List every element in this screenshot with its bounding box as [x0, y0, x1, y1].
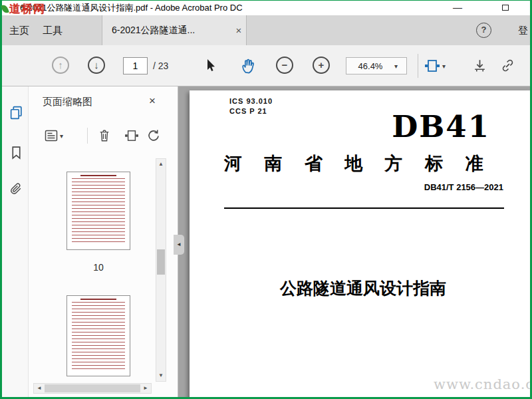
paperclip-icon [9, 182, 23, 196]
bookmark-icon [10, 146, 23, 160]
page-display-button[interactable]: ▾ [424, 59, 446, 72]
scroll-left-arrow[interactable]: ◄ [34, 384, 45, 393]
chevron-down-icon: ▾ [442, 63, 446, 70]
page-size-icon [124, 130, 139, 142]
tab-tools[interactable]: 工具 [39, 15, 66, 45]
vertical-scroll-thumb[interactable] [157, 249, 165, 275]
thumbnail-content [72, 178, 125, 243]
minus-icon: − [276, 57, 293, 74]
standard-title: 河 南 省 地 方 标 准 [224, 152, 506, 176]
window-frame [0, 0, 532, 1]
document-tab-label: 6-2021公路隧道通... [112, 25, 231, 37]
trash-icon [98, 129, 110, 142]
panel-horizontal-scrollbar[interactable]: ◄ ► [33, 383, 152, 394]
ics-code: ICS 93.010 [229, 97, 273, 105]
leaf-icon [1, 4, 9, 14]
window-title: 6-2021公路隧道通风设计指南.pdf - Adobe Acrobat Pro… [20, 1, 243, 15]
pages-icon [9, 106, 23, 120]
arrow-up-icon: ↑ [52, 57, 69, 74]
main-toolbar: ↑ ↓ / 23 − + 46.4% ▾ [0, 45, 532, 86]
options-list-icon [45, 130, 58, 142]
zoom-out-button[interactable]: − [276, 57, 293, 74]
panel-title: 页面缩略图 [43, 96, 92, 108]
attachments-panel-button[interactable] [6, 179, 26, 199]
panel-options-button[interactable]: ▾ [39, 126, 68, 145]
scroll-down-arrow[interactable]: ▼ [156, 370, 166, 381]
standard-code: DB41/T 2156—2021 [224, 182, 503, 192]
thumbnail-content [80, 175, 116, 176]
ccs-code: CCS P 21 [229, 107, 267, 115]
help-button[interactable]: ? [476, 23, 491, 38]
login-button[interactable]: 登 [518, 15, 528, 45]
logo-watermark: 道桥网 [2, 1, 45, 17]
zoom-level-value: 46.4% [346, 61, 394, 71]
chevron-down-icon: ▾ [394, 63, 406, 70]
page-count-label: / 23 [153, 45, 168, 86]
acrobat-window: 6-2021公路隧道通风设计指南.pdf - Adobe Acrobat Pro… [0, 0, 532, 399]
zoom-in-button[interactable]: + [313, 57, 330, 74]
panel-vertical-scrollbar[interactable]: ▲ ▼ [156, 158, 166, 382]
zoom-level-dropdown[interactable]: 46.4% ▾ [346, 57, 407, 74]
share-file-button[interactable] [472, 58, 487, 73]
page-thumbnails-panel-button[interactable] [6, 102, 26, 122]
previous-page-button[interactable]: ↑ [52, 57, 69, 74]
scroll-up-arrow[interactable]: ▲ [156, 159, 166, 170]
navigation-icon-strip [2, 86, 29, 397]
page-thumbnail-11[interactable] [66, 295, 130, 376]
panel-close-button[interactable]: × [144, 93, 160, 109]
db41-logo: DB41 [389, 109, 490, 144]
tab-home[interactable]: 主页 [5, 15, 33, 45]
download-icon [472, 58, 487, 73]
page-number-input[interactable] [123, 57, 148, 74]
panel-collapse-handle[interactable]: ◄ [174, 235, 184, 255]
page-thumbnail-10[interactable] [66, 172, 130, 250]
panel-toolbar-separator [87, 128, 88, 144]
hand-tool-button[interactable] [241, 57, 256, 74]
window-frame [0, 0, 2, 399]
toolbar-separator [418, 54, 418, 78]
logo-watermark-text: 道桥网 [9, 1, 45, 17]
scroll-right-arrow[interactable]: ► [140, 384, 151, 393]
thumbnail-content [80, 299, 116, 300]
thumbnail-content [72, 302, 125, 370]
maximize-button[interactable] [495, 1, 515, 15]
rotate-pages-button[interactable] [145, 126, 162, 145]
thumbnail-page-number: 10 [66, 262, 130, 273]
horizontal-rule [224, 207, 504, 209]
document-tab[interactable]: 6-2021公路隧道通... × [102, 15, 247, 45]
main-area: 页面缩略图 × ▾ [0, 86, 532, 397]
get-link-button[interactable] [500, 58, 515, 73]
site-watermark: www.cndao.com [434, 376, 530, 392]
plus-icon: + [313, 57, 330, 74]
link-icon [500, 58, 515, 73]
maximize-icon [502, 5, 509, 11]
title-bar: 6-2021公路隧道通风设计指南.pdf - Adobe Acrobat Pro… [0, 1, 532, 15]
document-view-area: ICS 93.010 CCS P 21 DB41 河 南 省 地 方 标 准 D… [178, 86, 530, 397]
delete-pages-button[interactable] [96, 126, 113, 145]
horizontal-scroll-thumb[interactable] [45, 384, 140, 392]
hand-icon [241, 57, 256, 74]
rotate-icon [147, 129, 160, 142]
resize-thumbnails-button[interactable] [123, 126, 140, 145]
document-tab-close-icon[interactable]: × [231, 25, 246, 36]
page-thumbnails-panel: 页面缩略图 × ▾ [29, 86, 178, 397]
document-title: 公路隧道通风设计指南 [217, 277, 509, 299]
arrow-down-icon: ↓ [88, 57, 105, 74]
bookmarks-panel-button[interactable] [6, 142, 26, 162]
cursor-icon [203, 58, 217, 72]
chevron-down-icon: ▾ [60, 132, 63, 140]
next-page-button[interactable]: ↓ [88, 57, 105, 74]
minimize-button[interactable]: — [448, 1, 467, 15]
page-view-icon [424, 59, 440, 72]
tab-bar: 主页 工具 6-2021公路隧道通... × ? 登 [0, 15, 532, 45]
select-tool-button[interactable] [203, 58, 217, 72]
pdf-page: ICS 93.010 CCS P 21 DB41 河 南 省 地 方 标 准 D… [190, 90, 530, 397]
